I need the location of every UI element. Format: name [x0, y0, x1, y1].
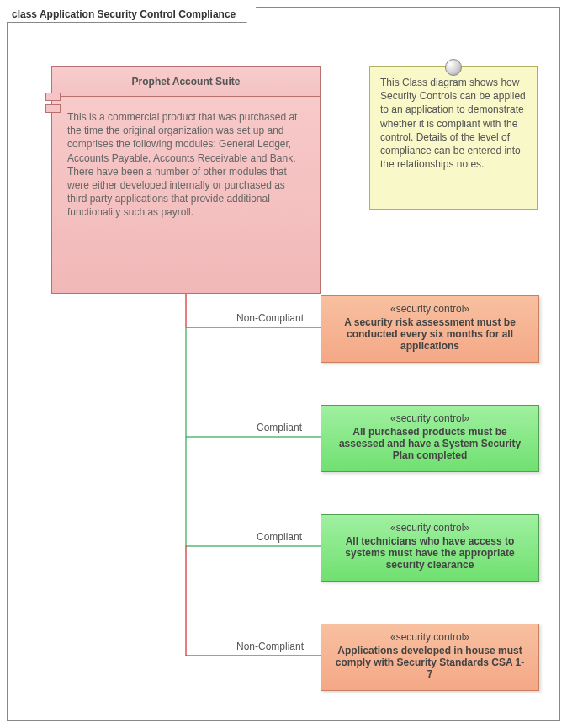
diagram-title: class Application Security Control Compl…: [7, 7, 257, 23]
stereotype: «security control»: [333, 631, 527, 643]
control-text: All technicians who have access to syste…: [345, 535, 514, 571]
note-text: This Class diagram shows how Security Co…: [380, 77, 526, 170]
link-label-0: Non-Compliant: [236, 312, 304, 324]
component-prophet-account-suite: Prophet Account Suite This is a commerci…: [51, 66, 321, 294]
security-control-system-security-plan: «security control» All purchased product…: [321, 405, 539, 472]
stereotype: «security control»: [333, 303, 527, 315]
link-label-3: Non-Compliant: [236, 640, 304, 652]
pin-icon: [445, 59, 462, 76]
link-label-2: Compliant: [257, 531, 302, 543]
control-text: A security risk assessment must be condu…: [344, 316, 516, 352]
stereotype: «security control»: [333, 522, 527, 534]
control-text: All purchased products must be assessed …: [339, 426, 521, 461]
stereotype: «security control»: [333, 412, 527, 424]
link-label-1: Compliant: [257, 422, 302, 433]
component-description: This is a commercial product that was pu…: [52, 97, 320, 233]
diagram-frame: class Application Security Control Compl…: [7, 7, 560, 721]
security-control-clearance: «security control» All technicians who h…: [321, 514, 539, 582]
security-control-standards: «security control» Applications develope…: [321, 624, 539, 691]
diagram-note: This Class diagram shows how Security Co…: [369, 66, 538, 210]
component-title: Prophet Account Suite: [52, 67, 320, 97]
security-control-risk-assessment: «security control» A security risk asses…: [321, 295, 539, 363]
component-icon: [45, 93, 61, 116]
control-text: Applications developed in house must com…: [336, 645, 524, 680]
